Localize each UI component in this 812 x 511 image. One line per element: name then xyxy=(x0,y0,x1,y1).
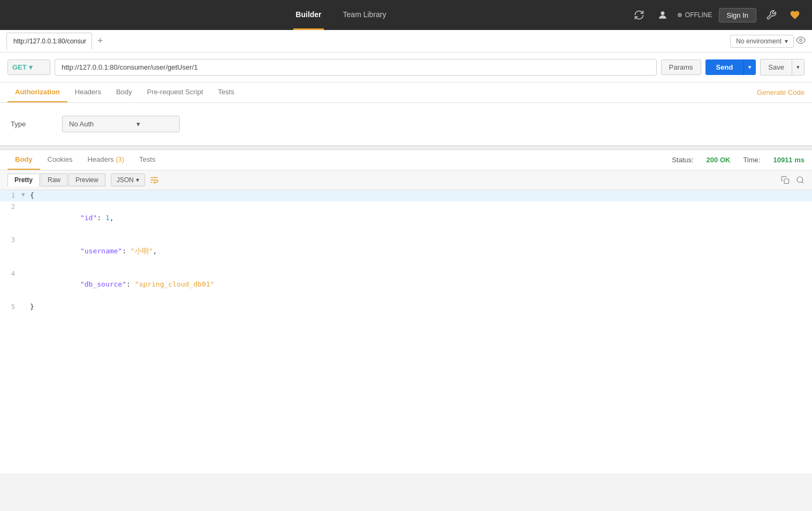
tab-response-body[interactable]: Body xyxy=(7,150,40,170)
code-viewer: 1 ▼ { 2 "id": 1, 3 "username": "小明", 4 xyxy=(0,190,812,474)
line-content: "username": "小明", xyxy=(29,235,812,268)
line-number: 2 xyxy=(0,201,21,212)
heart-icon[interactable] xyxy=(786,6,803,24)
auth-type-value: No Auth xyxy=(69,120,94,128)
tabbar: http://127.0.0.1:80/consur + No environm… xyxy=(0,30,812,52)
code-line-3: 3 "username": "小明", xyxy=(0,235,812,268)
tab-body[interactable]: Body xyxy=(109,82,140,102)
tab-headers[interactable]: Headers xyxy=(67,82,109,102)
wrap-icon[interactable] xyxy=(149,175,159,185)
auth-type-dropdown[interactable]: No Auth ▾ xyxy=(62,116,180,132)
time-value: 10911 ms xyxy=(773,156,805,164)
env-dropdown[interactable]: No environment ▾ xyxy=(730,35,794,48)
line-number: 3 xyxy=(0,235,21,245)
tab-response-headers[interactable]: Headers (3) xyxy=(80,150,132,170)
response-status-bar: Status: 200 OK Time: 10911 ms xyxy=(672,156,805,164)
eye-icon[interactable] xyxy=(796,35,806,47)
signin-button[interactable]: Sign In xyxy=(719,8,756,22)
line-number: 5 xyxy=(0,302,21,312)
save-btn-group: Save ▾ xyxy=(760,59,805,76)
settings-icon[interactable] xyxy=(763,6,780,24)
line-arrow xyxy=(21,268,29,278)
line-arrow xyxy=(21,201,29,211)
format-pretty-button[interactable]: Pretty xyxy=(7,174,40,186)
offline-badge: OFFLINE xyxy=(678,11,712,19)
env-label: No environment xyxy=(736,37,781,45)
chevron-down-icon: ▾ xyxy=(136,120,140,128)
response-section: Body Cookies Headers (3) Tests Status: 2… xyxy=(0,150,812,474)
offline-dot xyxy=(678,13,682,17)
svg-line-6 xyxy=(802,182,803,183)
line-content: { xyxy=(29,190,812,201)
topbar: Builder Team Library OFFLINE Sign In xyxy=(0,0,812,30)
line-number: 1 xyxy=(0,190,21,201)
svg-point-1 xyxy=(800,39,802,41)
url-input[interactable] xyxy=(55,59,657,76)
time-label: Time: xyxy=(743,156,760,164)
svg-point-0 xyxy=(661,11,665,15)
svg-point-5 xyxy=(797,177,803,183)
response-tabs-bar: Body Cookies Headers (3) Tests Status: 2… xyxy=(0,150,812,170)
topbar-right: OFFLINE Sign In xyxy=(631,6,803,24)
code-empty-space xyxy=(0,313,812,474)
response-toolbar-right xyxy=(781,176,805,184)
line-number: 4 xyxy=(0,268,21,279)
request-bar: GET ▾ Params Send ▾ Save ▾ xyxy=(0,52,812,82)
section-divider xyxy=(0,146,812,150)
response-toolbar: Pretty Raw Preview JSON ▾ xyxy=(0,170,812,190)
req-tabs-left: Authorization Headers Body Pre-request S… xyxy=(7,82,242,102)
svg-rect-4 xyxy=(784,179,789,184)
code-line-1: 1 ▼ { xyxy=(0,190,812,201)
code-line-5: 5 } xyxy=(0,302,812,313)
chevron-down-icon: ▾ xyxy=(29,63,33,71)
sync-icon[interactable] xyxy=(631,6,648,24)
line-content: } xyxy=(29,302,812,313)
tab-pre-request-script[interactable]: Pre-request Script xyxy=(140,82,211,102)
request-tabs: Authorization Headers Body Pre-request S… xyxy=(0,82,812,103)
send-dropdown-button[interactable]: ▾ xyxy=(743,59,756,75)
response-tabs-left: Body Cookies Headers (3) Tests xyxy=(7,150,163,170)
tab-tests[interactable]: Tests xyxy=(210,82,241,102)
line-content: "db_source": "spring_cloud_db01" xyxy=(29,268,812,302)
line-content: "id": 1, xyxy=(29,201,812,235)
copy-icon[interactable] xyxy=(781,176,790,184)
format-preview-button[interactable]: Preview xyxy=(69,174,105,186)
method-label: GET xyxy=(12,63,27,71)
send-btn-group: Send ▾ xyxy=(705,59,756,75)
json-type-label: JSON xyxy=(117,176,134,184)
send-button[interactable]: Send xyxy=(705,59,744,75)
tab-builder[interactable]: Builder xyxy=(293,0,323,30)
save-button[interactable]: Save xyxy=(760,59,792,76)
env-selector: No environment ▾ xyxy=(730,35,806,48)
code-line-4: 4 "db_source": "spring_cloud_db01" xyxy=(0,268,812,302)
status-value: 200 OK xyxy=(707,156,731,164)
line-arrow xyxy=(21,235,29,244)
offline-label: OFFLINE xyxy=(685,11,712,19)
status-label: Status: xyxy=(672,156,693,164)
generate-code-link[interactable]: Generate Code xyxy=(757,83,805,102)
params-button[interactable]: Params xyxy=(661,59,701,75)
tab-authorization[interactable]: Authorization xyxy=(7,82,67,102)
line-arrow xyxy=(21,302,29,311)
tab-response-cookies[interactable]: Cookies xyxy=(40,150,80,170)
add-tab-button[interactable]: + xyxy=(94,35,107,47)
collapse-arrow[interactable]: ▼ xyxy=(21,190,29,200)
format-raw-button[interactable]: Raw xyxy=(41,174,67,186)
type-label: Type xyxy=(11,120,54,128)
chevron-down-icon: ▾ xyxy=(136,176,139,184)
tab-response-tests[interactable]: Tests xyxy=(132,150,163,170)
response-format-tabs: Pretty Raw Preview JSON ▾ xyxy=(7,174,159,186)
search-icon[interactable] xyxy=(796,176,805,184)
json-type-dropdown[interactable]: JSON ▾ xyxy=(111,174,145,186)
method-dropdown[interactable]: GET ▾ xyxy=(7,59,50,75)
code-line-2: 2 "id": 1, xyxy=(0,201,812,235)
user-icon[interactable] xyxy=(654,6,671,24)
chevron-down-icon: ▾ xyxy=(785,37,788,45)
auth-section: Type No Auth ▾ xyxy=(0,103,812,146)
request-tab[interactable]: http://127.0.0.1:80/consur xyxy=(6,33,92,50)
tab-team-library[interactable]: Team Library xyxy=(341,0,389,30)
save-dropdown-button[interactable]: ▾ xyxy=(792,59,805,76)
topbar-center: Builder Team Library xyxy=(293,0,388,30)
